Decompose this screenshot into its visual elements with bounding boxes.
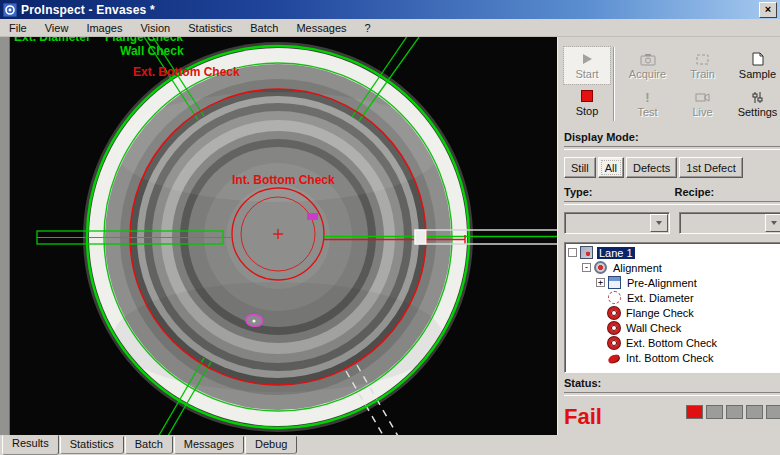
document-icon <box>752 52 764 67</box>
divider <box>564 201 780 205</box>
tree-expander[interactable] <box>568 248 577 257</box>
play-icon <box>583 52 592 67</box>
inspection-tree: Lane 1 - Alignment + Pre-Alignment Ext. … <box>564 242 780 373</box>
tree-item-pre-alignment[interactable]: + Pre-Alignment <box>568 275 780 290</box>
menu-item-view[interactable]: View <box>36 21 78 35</box>
recipe-combobox[interactable] <box>679 212 780 234</box>
menu-item-file[interactable]: File <box>0 21 36 35</box>
int-bottom-check-label: Int. Bottom Check <box>232 174 335 187</box>
defect-marker-2 <box>246 315 262 326</box>
recipe-label: Recipe: <box>675 186 780 198</box>
display-mode-defects-button[interactable]: Defects <box>626 157 677 178</box>
display-mode-label: Display Mode: <box>564 131 780 143</box>
video-camera-icon <box>695 90 711 105</box>
camera-viewport[interactable]: Ext. Diameter Flange Check Wall Check Ex… <box>0 37 557 435</box>
bottom-tab-bar: Results Statistics Batch Messages Debug <box>0 435 780 455</box>
status-square <box>726 405 743 419</box>
tree-expander[interactable]: + <box>596 278 605 287</box>
lane-icon <box>580 246 593 259</box>
display-mode-buttons: Still All Defects 1st Defect <box>564 157 780 178</box>
wall-check-label: Wall Check <box>120 45 184 58</box>
red-ring-icon <box>608 322 620 334</box>
status-square <box>706 405 723 419</box>
sample-button[interactable]: Sample <box>730 47 780 84</box>
red-blob-icon <box>607 353 621 364</box>
divider <box>564 392 780 396</box>
tree-item-int-bottom-check[interactable]: Int. Bottom Check <box>568 350 780 365</box>
live-button[interactable]: Live <box>675 85 730 122</box>
inspection-image <box>10 37 557 435</box>
menu-bar: File View Images Vision Statistics Batch… <box>0 19 780 37</box>
test-button[interactable]: ! Test <box>620 85 675 122</box>
tree-item-ext-bottom-check[interactable]: Ext. Bottom Check <box>568 335 780 350</box>
close-button[interactable]: × <box>759 2 777 18</box>
stop-button[interactable]: Stop <box>564 84 610 121</box>
tab-messages[interactable]: Messages <box>174 436 244 454</box>
status-square <box>766 405 780 419</box>
tree-item-flange-check[interactable]: Flange Check <box>568 305 780 320</box>
display-mode-all-button[interactable]: All <box>598 157 624 178</box>
menu-item-vision[interactable]: Vision <box>131 21 179 35</box>
menu-item-messages[interactable]: Messages <box>287 21 355 35</box>
tab-results[interactable]: Results <box>2 435 59 455</box>
display-mode-first-defect-button[interactable]: 1st Defect <box>679 157 743 178</box>
tab-batch[interactable]: Batch <box>125 436 173 454</box>
tree-item-lane-1[interactable]: Lane 1 <box>568 245 780 260</box>
stop-icon <box>581 89 593 104</box>
alignment-icon <box>594 261 607 274</box>
tree-item-ext-diameter[interactable]: Ext. Diameter <box>568 290 780 305</box>
type-combobox[interactable] <box>564 212 670 234</box>
recipe-dropdown-arrow-icon[interactable] <box>765 214 780 232</box>
defect-marker-1 <box>307 213 318 220</box>
status-square-fail <box>686 405 703 419</box>
status-history-indicator <box>686 405 780 419</box>
settings-button[interactable]: Settings <box>730 85 780 122</box>
pre-alignment-icon <box>608 276 621 289</box>
tab-statistics[interactable]: Statistics <box>60 436 124 454</box>
title-bar: ProInspect - Envases * × <box>0 0 780 19</box>
display-mode-still-button[interactable]: Still <box>564 157 596 178</box>
toolbar: Start Stop Acquire ! Test <box>564 47 780 123</box>
menu-item-batch[interactable]: Batch <box>241 21 287 35</box>
toolbar-separator <box>613 47 615 121</box>
acquire-button[interactable]: Acquire <box>620 47 675 84</box>
tree-item-wall-check[interactable]: Wall Check <box>568 320 780 335</box>
red-ring-icon <box>608 307 620 319</box>
train-button[interactable]: Train <box>675 47 730 84</box>
frame-icon <box>695 52 710 67</box>
flange-check-label: Flange Check <box>105 37 183 44</box>
camera-icon <box>640 52 656 67</box>
status-label: Status: <box>564 377 780 389</box>
red-ring-icon <box>608 337 620 349</box>
app-icon <box>3 3 17 17</box>
menu-item-images[interactable]: Images <box>77 21 131 35</box>
type-dropdown-arrow-icon[interactable] <box>650 214 668 232</box>
divider <box>564 146 780 150</box>
type-label: Type: <box>564 186 675 198</box>
viewport-left-margin <box>0 37 10 435</box>
ext-diameter-label: Ext. Diameter <box>14 37 91 44</box>
tree-expander[interactable]: - <box>582 263 591 272</box>
window-title: ProInspect - Envases * <box>21 3 759 17</box>
exclamation-icon: ! <box>645 90 649 105</box>
menu-item-help[interactable]: ? <box>356 21 380 35</box>
control-panel: Start Stop Acquire ! Test <box>557 37 780 435</box>
sliders-icon <box>751 90 764 105</box>
menu-item-statistics[interactable]: Statistics <box>179 21 241 35</box>
status-square <box>746 405 763 419</box>
tab-debug[interactable]: Debug <box>245 436 297 454</box>
start-button[interactable]: Start <box>564 47 610 84</box>
dashed-circle-icon <box>608 291 621 304</box>
tree-item-alignment[interactable]: - Alignment <box>568 260 780 275</box>
ext-bottom-check-label: Ext. Bottom Check <box>133 66 240 79</box>
status-value: Fail <box>564 406 602 428</box>
